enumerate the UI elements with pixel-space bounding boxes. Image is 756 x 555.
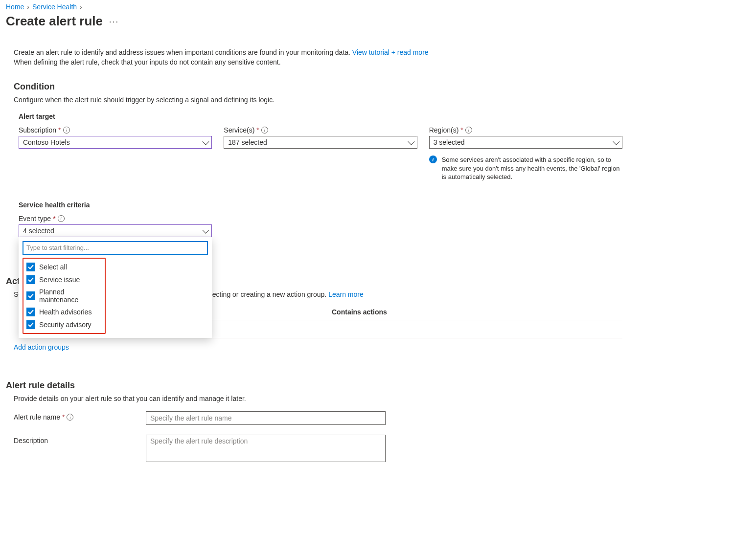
- regions-label: Region(s): [429, 126, 459, 134]
- checkbox-checked-icon: [26, 263, 35, 271]
- event-type-dropdown: Select all Service issue Planned mainten…: [19, 237, 212, 338]
- checkbox-checked-icon: [26, 291, 35, 300]
- details-heading: Alert rule details: [6, 380, 622, 391]
- event-type-value: 4 selected: [23, 225, 54, 237]
- criteria-heading: Service health criteria: [19, 201, 622, 209]
- alert-rule-name-input[interactable]: [146, 411, 386, 425]
- chevron-down-icon: [203, 138, 209, 145]
- chevron-down-icon: [408, 138, 414, 145]
- condition-desc: Configure when the alert rule should tri…: [14, 96, 622, 104]
- condition-heading: Condition: [14, 82, 622, 92]
- info-icon[interactable]: i: [465, 127, 472, 133]
- alert-target-heading: Alert target: [14, 112, 622, 120]
- info-icon[interactable]: i: [63, 127, 70, 133]
- chevron-right-icon: ›: [27, 3, 29, 11]
- event-type-select[interactable]: 4 selected: [19, 224, 212, 237]
- add-action-groups-link[interactable]: Add action groups: [14, 343, 69, 351]
- regions-select[interactable]: 3 selected: [429, 136, 622, 149]
- breadcrumb-home[interactable]: Home: [6, 3, 24, 11]
- required-icon: *: [53, 215, 55, 222]
- chevron-down-icon: [202, 226, 209, 233]
- option-service-issue[interactable]: Service issue: [23, 273, 105, 286]
- alert-rule-name-label: Alert rule name: [14, 413, 60, 421]
- intro-text-2: When defining the alert rule, check that…: [14, 58, 622, 66]
- description-input[interactable]: [146, 435, 386, 462]
- page-title: Create alert rule: [6, 14, 103, 29]
- subscription-label: Subscription: [19, 126, 56, 134]
- learn-more-link[interactable]: Learn more: [328, 290, 364, 298]
- regions-note: Some services aren't associated with a s…: [442, 155, 622, 181]
- event-type-label: Event type: [19, 215, 51, 222]
- breadcrumb: Home › Service Health ›: [6, 0, 750, 12]
- chevron-right-icon: ›: [80, 3, 82, 11]
- services-label: Service(s): [224, 126, 254, 134]
- subscription-value: Contoso Hotels: [23, 136, 70, 148]
- services-select[interactable]: 187 selected: [224, 136, 417, 149]
- breadcrumb-service-health[interactable]: Service Health: [32, 3, 77, 11]
- required-icon: *: [62, 413, 65, 421]
- filter-input[interactable]: [23, 241, 208, 255]
- option-health-advisories[interactable]: Health advisories: [23, 306, 105, 318]
- checkbox-checked-icon: [26, 275, 35, 284]
- info-icon[interactable]: i: [67, 414, 73, 421]
- more-actions-icon[interactable]: ⋯: [109, 16, 119, 27]
- subscription-select[interactable]: Contoso Hotels: [19, 136, 212, 149]
- chevron-down-icon: [613, 138, 619, 145]
- regions-value: 3 selected: [434, 136, 465, 148]
- info-icon[interactable]: i: [58, 215, 65, 222]
- option-planned-maintenance[interactable]: Planned maintenance: [23, 286, 105, 306]
- required-icon: *: [256, 126, 259, 134]
- actions-desc-suffix: electing or creating a new action group.: [207, 290, 326, 298]
- required-icon: *: [460, 126, 463, 134]
- checkbox-checked-icon: [26, 320, 35, 329]
- intro-text-1: Create an alert rule to identify and add…: [14, 48, 350, 56]
- details-desc: Provide details on your alert rule so th…: [14, 395, 622, 402]
- option-security-advisory[interactable]: Security advisory: [23, 318, 105, 331]
- option-select-all[interactable]: Select all: [23, 261, 105, 273]
- description-label: Description: [14, 437, 48, 444]
- services-value: 187 selected: [228, 136, 267, 148]
- info-icon[interactable]: i: [261, 127, 268, 133]
- view-tutorial-link[interactable]: View tutorial + read more: [352, 48, 429, 56]
- info-icon: i: [429, 155, 437, 163]
- required-icon: *: [58, 126, 61, 134]
- checkbox-checked-icon: [26, 308, 35, 316]
- actions-col-2: Contains actions: [332, 308, 387, 316]
